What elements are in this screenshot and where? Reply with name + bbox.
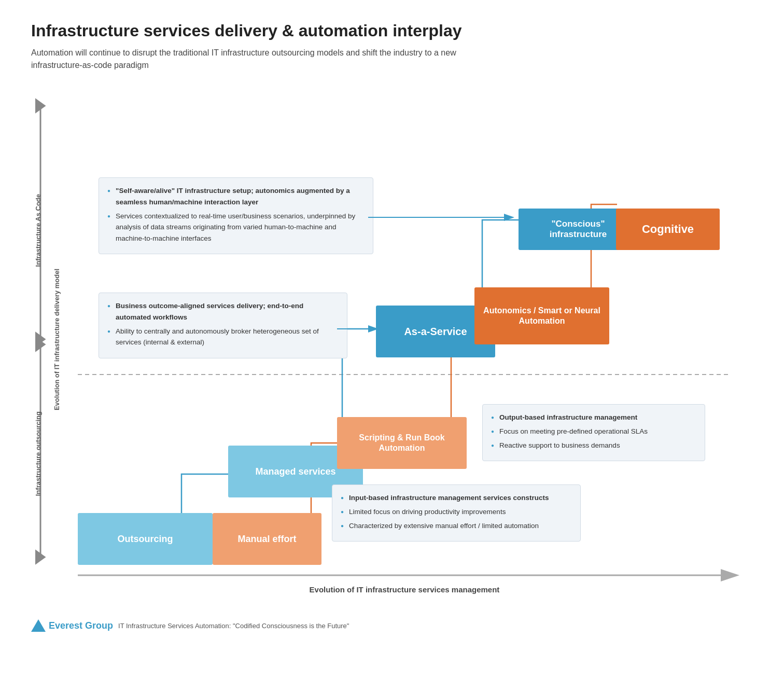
info-box-level1: Input-based infrastructure management se…	[332, 484, 581, 542]
footer: Everest Group IT Infrastructure Services…	[31, 619, 753, 632]
footer-logo: Everest Group	[31, 619, 113, 632]
logo-triangle-icon	[31, 619, 46, 632]
logo-name: Everest Group	[49, 620, 113, 631]
footer-tagline: IT Infrastructure Services Automation: "…	[118, 622, 349, 630]
diagram: Infrastructure As Code Infrastructure ou…	[31, 90, 752, 609]
box-autonomics: Autonomics / Smart or Neural Automation	[474, 287, 609, 344]
y-label-outsourcing: Infrastructure outsourcing	[31, 350, 45, 557]
box-scripting-rba: Scripting & Run Book Automation	[337, 417, 467, 469]
x-axis-label: Evolution of IT infrastructure services …	[78, 585, 731, 594]
info-box-level2: Output-based infrastructure management F…	[482, 404, 705, 461]
subtitle: Automation will continue to disrupt the …	[31, 47, 498, 72]
page-title: Infrastructure services delivery & autom…	[31, 21, 753, 40]
box-cognitive: Cognitive	[616, 209, 720, 250]
box-outsourcing: Outsourcing	[78, 513, 213, 565]
y-label-iac: Infrastructure As Code	[31, 106, 45, 355]
arrow-level4	[368, 194, 529, 241]
info-box-level3: Business outcome-aligned services delive…	[99, 293, 347, 358]
y-label-evolution: Evolution of IT infrastructure delivery …	[50, 106, 63, 573]
box-manual-effort: Manual effort	[213, 513, 321, 565]
info-box-level4: "Self-aware/alive" IT infrastructure set…	[99, 177, 373, 254]
